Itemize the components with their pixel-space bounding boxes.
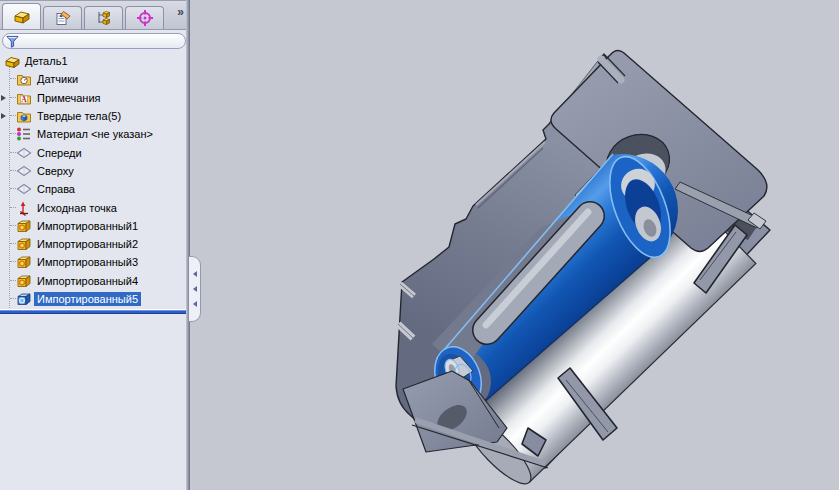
expand-arrow-icon[interactable] [1,113,6,119]
rollback-bar[interactable] [0,309,190,314]
tree-item-label: Импортированный1 [34,219,141,233]
solid-bodies-folder-icon [16,108,32,124]
filter-bar [0,30,190,52]
tree-item-12[interactable]: Импортированный4 [0,272,190,290]
tree-item-label: Импортированный4 [34,274,141,288]
tree-item-label: Материал <не указан> [34,127,156,141]
tree-item-1[interactable]: Датчики [0,70,190,88]
tree-item-0[interactable]: Деталь1 [0,52,190,70]
tree-item-9[interactable]: Импортированный1 [0,217,190,235]
property-manager-icon [54,9,72,27]
dimxpert-target-icon [136,9,154,27]
feature-tree: Деталь1ДатчикиAПримечанияТвердые тела(5)… [0,52,190,309]
plane-icon [16,163,32,179]
tree-item-6[interactable]: Сверху [0,162,190,180]
panel-collapse-handle[interactable] [189,256,201,322]
tree-item-label: Сверху [34,164,77,178]
tree-item-10[interactable]: Импортированный2 [0,235,190,253]
imported-body-icon [16,254,32,270]
plane-icon [16,181,32,197]
imported-body-selected-icon [16,291,32,307]
viewport-3d[interactable] [190,0,839,490]
tree-item-label: Датчики [34,72,81,86]
model-3d[interactable] [190,0,839,490]
tree-item-label: Импортированный5 [34,292,141,306]
svg-text:A: A [21,95,27,104]
tree-item-label: Импортированный3 [34,255,141,269]
material-icon [16,126,32,142]
tree-item-label: Справа [34,182,78,196]
imported-body-icon [16,236,32,252]
tree-item-label: Исходная точка [34,201,120,215]
feature-manager-panel: » Деталь1ДатчикиAПримечанияТвердые тела(… [0,0,190,490]
tab-configurationmanager[interactable] [84,6,123,29]
collapse-arrow-icon [193,301,197,307]
imported-body-icon [16,218,32,234]
tree-item-7[interactable]: Справа [0,180,190,198]
tab-propertymanager[interactable] [43,6,82,29]
tree-item-4[interactable]: Материал <не указан> [0,125,190,143]
expand-arrow-icon[interactable] [1,95,6,101]
tree-item-label: Деталь1 [22,54,71,68]
tab-featuremanager[interactable] [2,3,41,29]
filter-funnel-icon [6,35,19,48]
tree-item-label: Твердые тела(5) [34,109,124,123]
plane-icon [16,145,32,161]
tree-item-8[interactable]: Исходная точка [0,198,190,216]
collapse-arrow-icon [193,286,197,292]
solidworks-window: » Деталь1ДатчикиAПримечанияТвердые тела(… [0,0,839,490]
part-design-tree-icon [13,8,31,26]
imported-body-icon [16,273,32,289]
tree-item-2[interactable]: AПримечания [0,89,190,107]
manager-tab-bar: » [0,0,190,30]
tree-item-label: Спереди [34,146,85,160]
sensors-folder-icon [16,71,32,87]
origin-icon [16,200,32,216]
configuration-manager-icon [95,9,113,27]
tree-item-5[interactable]: Спереди [0,143,190,161]
tree-item-13[interactable]: Импортированный5 [0,290,190,308]
annotations-folder-icon: A [16,90,32,106]
tree-item-label: Импортированный2 [34,237,141,251]
tab-dimxpertmanager[interactable] [125,6,164,29]
tree-item-11[interactable]: Импортированный3 [0,253,190,271]
tree-item-3[interactable]: Твердые тела(5) [0,107,190,125]
tree-item-label: Примечания [34,91,104,105]
part-icon [4,53,20,69]
collapse-arrow-icon [193,271,197,277]
filter-input[interactable] [2,33,186,49]
panel-divider[interactable] [186,0,190,490]
